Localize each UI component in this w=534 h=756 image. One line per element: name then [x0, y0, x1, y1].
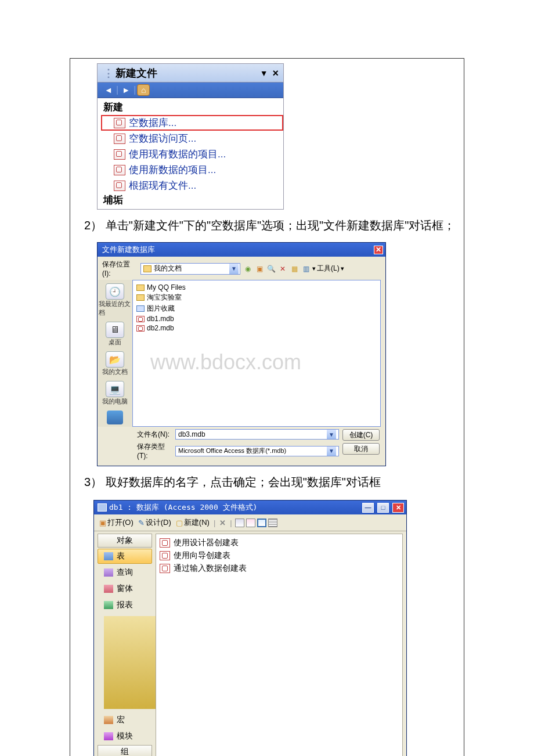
newfolder-icon[interactable]: ▦: [289, 264, 300, 274]
table-icon: [104, 552, 113, 560]
nav-forward-icon[interactable]: ►: [120, 84, 132, 96]
place-mydocs[interactable]: 📂 我的文档: [102, 351, 128, 376]
new-icon: ▢: [176, 519, 183, 527]
save-location-value: 我的文档: [154, 264, 182, 273]
place-desktop[interactable]: 🖥 桌面: [106, 322, 124, 347]
step-2-text: 2） 单击"新建文件"下的"空数据库"选项；出现"文件新建数据库"对话框；: [70, 210, 464, 239]
close-icon[interactable]: ×: [272, 67, 279, 80]
desktop-icon: 🖥: [106, 322, 124, 338]
file-list[interactable]: My QQ Files 淘宝实验室 图片收藏 db1.mdb db2.mdb w…: [132, 280, 381, 427]
list-item-wizard[interactable]: 使用向导创建表: [160, 549, 399, 562]
nav-home-icon[interactable]: ⌂: [137, 84, 150, 96]
folder-icon: [136, 294, 145, 301]
taskpane-item-blank-dap[interactable]: 空数据访问页...: [101, 131, 283, 146]
shortcut-icon: [160, 564, 170, 573]
db-icon: [114, 165, 125, 175]
obj-macros[interactable]: 宏: [98, 712, 152, 728]
cancel-button[interactable]: 取消: [342, 443, 380, 455]
db-icon: [136, 316, 145, 322]
close-button[interactable]: ✕: [374, 246, 383, 254]
taskpane-navbar: ◄ | ► | ⌂: [98, 82, 283, 98]
list-item-design[interactable]: 使用设计器创建表: [160, 537, 399, 549]
taskpane-titlebar: ⋮ 新建文件 ▼ ×: [98, 64, 283, 82]
db-icon: [114, 181, 125, 191]
taskpane-item-blank-db[interactable]: 空数据库...: [101, 115, 283, 131]
close-button[interactable]: ✕: [392, 503, 404, 513]
minimize-button[interactable]: —: [362, 503, 374, 513]
form-icon: [104, 585, 113, 593]
open-button[interactable]: ▣ 打开(O): [98, 517, 135, 528]
back-icon[interactable]: ◉: [243, 264, 253, 274]
db-toolbar: ▣ 打开(O) ✎ 设计(D) ▢ 新建(N) | ✕ |: [94, 514, 406, 531]
dialog-title: 文件新建数据库: [102, 244, 155, 255]
obj-tables[interactable]: 表: [98, 549, 152, 564]
places-bar: 🕘 我最近的文档 🖥 桌面 📂 我的文档 💻 我的电脑: [98, 280, 132, 427]
db-icon: [114, 134, 125, 144]
design-button[interactable]: ✎ 设计(D): [136, 517, 173, 528]
mycomputer-icon: 💻: [106, 381, 124, 397]
views-icon[interactable]: ▥: [301, 264, 311, 274]
view-small-icon[interactable]: [246, 519, 255, 527]
watermark: www.bdocx.com: [150, 350, 301, 375]
report-icon: [104, 601, 113, 609]
taskpane-body: 新建 空数据库... 空数据访问页... 使用现有数据的项目... 使用新数据的…: [98, 98, 283, 209]
filename-label: 文件名(N):: [137, 430, 173, 440]
search-icon[interactable]: 🔍: [266, 264, 276, 274]
delete-button[interactable]: ✕: [218, 518, 228, 528]
db-window-icon: [98, 503, 107, 512]
obj-pages[interactable]: 页: [98, 614, 152, 711]
objects-header: 对象: [98, 534, 152, 548]
list-item-enterdata[interactable]: 通过输入数据创建表: [160, 562, 399, 575]
new-button[interactable]: ▢ 新建(N): [174, 517, 211, 528]
up-icon[interactable]: ▣: [254, 264, 265, 274]
folder-icon: [136, 285, 145, 291]
new-database-dialog: 文件新建数据库 ✕ 保存位置(I): 我的文档 ▼ ◉ ▣ 🔍 ✕ ▦ ▥: [97, 242, 386, 466]
place-mycomputer[interactable]: 💻 我的电脑: [102, 381, 128, 406]
db-icon: [114, 149, 125, 160]
groups-header: 组: [98, 745, 152, 756]
place-recent[interactable]: 🕘 我最近的文档: [99, 283, 131, 317]
view-large-icon[interactable]: [235, 519, 244, 527]
obj-queries[interactable]: 查询: [98, 565, 152, 580]
maximize-button[interactable]: □: [377, 503, 389, 513]
taskpane-item-new-project[interactable]: 使用新数据的项目...: [101, 162, 283, 178]
file-item[interactable]: db2.mdb: [136, 323, 377, 333]
taskpane-truncated: 埔垢: [101, 193, 283, 207]
step-3-text: 3） 取好数据库的名字，点击确定；会出现"数据库"对话框: [70, 466, 464, 495]
view-list-icon[interactable]: [257, 519, 266, 527]
filetype-select[interactable]: Microsoft Office Access 数据库(*.mdb) ▼: [175, 446, 339, 456]
obj-forms[interactable]: 窗体: [98, 581, 152, 596]
dialog-toolbar: 保存位置(I): 我的文档 ▼ ◉ ▣ 🔍 ✕ ▦ ▥ ▾ 工具(L) ▾: [98, 257, 385, 280]
chevron-down-icon: ▼: [327, 430, 336, 439]
obj-modules[interactable]: 模块: [98, 729, 152, 744]
tools-menu[interactable]: 工具(L): [317, 264, 340, 273]
save-location-dropdown[interactable]: 我的文档 ▼: [140, 263, 240, 275]
delete-icon[interactable]: ✕: [277, 264, 288, 274]
filetype-label: 保存类型(T):: [137, 442, 173, 460]
obj-reports[interactable]: 报表: [98, 597, 152, 613]
dialog-titlebar: 文件新建数据库 ✕: [98, 243, 385, 257]
open-icon: ▣: [99, 519, 106, 527]
place-network[interactable]: [107, 411, 123, 424]
dropdown-icon[interactable]: ▼: [260, 69, 268, 78]
nav-back-icon[interactable]: ◄: [102, 84, 115, 96]
file-item[interactable]: 图片收藏: [136, 303, 377, 314]
taskpane-category: 新建: [101, 99, 283, 115]
folder-icon: [143, 265, 151, 272]
filename-input[interactable]: db3.mdb ▼: [175, 429, 339, 440]
create-button[interactable]: 创建(C): [342, 429, 380, 441]
db-icon: [114, 118, 125, 128]
view-details-icon[interactable]: [268, 519, 277, 527]
shortcut-icon: [160, 538, 170, 548]
taskpane-item-from-file[interactable]: 根据现有文件...: [101, 178, 283, 193]
file-item[interactable]: My QQ Files: [136, 283, 377, 292]
save-location-label: 保存位置(I):: [102, 260, 138, 278]
new-file-taskpane: ⋮ 新建文件 ▼ × ◄ | ► | ⌂ 新建 空数据库...: [97, 63, 284, 210]
mydocs-icon: 📂: [106, 351, 124, 368]
file-item[interactable]: db1.mdb: [136, 314, 377, 323]
file-item[interactable]: 淘宝实验室: [136, 292, 377, 303]
taskpane-title: 新建文件: [116, 66, 157, 80]
taskpane-item-existing-project[interactable]: 使用现有数据的项目...: [101, 146, 283, 162]
chevron-down-icon: ▼: [229, 264, 239, 274]
database-window: db1 : 数据库 (Access 2000 文件格式) — □ ✕ ▣ 打开(…: [93, 500, 407, 756]
